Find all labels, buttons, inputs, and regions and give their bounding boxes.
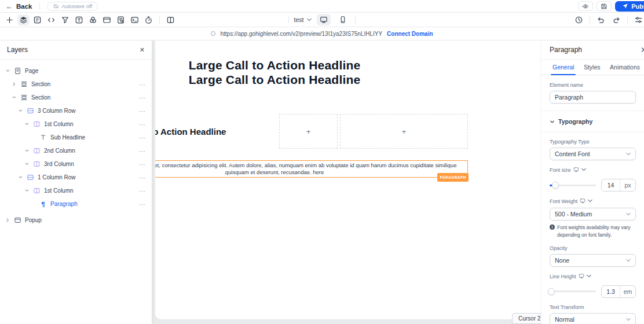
divider xyxy=(159,16,160,24)
headline-element[interactable]: Large Call to Action Headline Large Call… xyxy=(155,58,468,87)
layer-row-2nd-column[interactable]: 2nd Column⋯ xyxy=(0,144,152,157)
typography-section-toggle[interactable]: Typography xyxy=(550,118,636,125)
column-3-empty[interactable]: + xyxy=(340,114,468,149)
window-icon[interactable] xyxy=(101,14,113,25)
desktop-icon[interactable] xyxy=(573,167,579,174)
paragraph-element-selected[interactable]: Lorem ipsum dolor sit amet, consectetur … xyxy=(155,160,468,178)
layer-row-1st-column[interactable]: 1st Column⋯ xyxy=(0,184,152,197)
undo-icon[interactable] xyxy=(595,14,607,25)
opacity-select[interactable]: None xyxy=(550,254,636,267)
timer-icon[interactable] xyxy=(142,14,155,25)
layer-row-3-column-row[interactable]: 3 Column Row⋯ xyxy=(0,104,152,117)
chevron-down-icon[interactable] xyxy=(587,274,591,279)
chevron-down-icon[interactable] xyxy=(581,167,586,173)
publish-label: Publish xyxy=(631,3,644,10)
layer-row-1-column-row[interactable]: 1 Column Row⋯ xyxy=(0,171,152,184)
close-icon[interactable]: ✕ xyxy=(140,46,145,54)
back-arrow-icon: ← xyxy=(6,2,13,10)
column-1[interactable]: Call to Action Headline xyxy=(155,114,277,149)
page-builder: ← Back Autosave off Publish xyxy=(0,0,644,324)
chevron-down-icon[interactable] xyxy=(24,161,30,167)
font-weight-select[interactable]: 500 - Medium xyxy=(550,208,636,220)
panel-collapse-icon[interactable] xyxy=(640,46,644,54)
layers-icon[interactable] xyxy=(17,14,30,25)
add-element-button[interactable]: + xyxy=(306,127,311,136)
add-element-button[interactable]: + xyxy=(402,127,407,136)
chevron-down-icon[interactable] xyxy=(5,68,10,73)
desktop-icon[interactable] xyxy=(579,273,584,280)
chevron-down-icon[interactable] xyxy=(24,188,30,193)
history-icon[interactable] xyxy=(573,14,585,25)
line-height-slider[interactable] xyxy=(550,290,596,292)
page-seo-icon[interactable] xyxy=(115,14,127,25)
font-size-input[interactable]: 14 xyxy=(602,179,620,191)
cloud-off-icon xyxy=(53,3,59,9)
layer-label: Section xyxy=(31,81,50,87)
chevron-down-icon[interactable] xyxy=(11,95,17,100)
form-icon[interactable] xyxy=(31,14,43,25)
preview-url: https://app.gohighlevel.com/v2/preview/1… xyxy=(220,31,382,37)
line-height-input[interactable]: 1.3 xyxy=(602,286,620,297)
layer-row-1st-column[interactable]: 1st Column⋯ xyxy=(0,117,152,131)
desktop-icon[interactable] xyxy=(580,198,586,205)
layer-row-sub-headline[interactable]: Sub Headline⋯ xyxy=(0,131,152,144)
settings-panel: Paragraph General Styles Animations Elem… xyxy=(541,41,644,324)
layer-row-popup[interactable]: Popup xyxy=(0,213,152,227)
tab-general[interactable]: General xyxy=(551,60,576,75)
three-column-row: Call to Action Headline + + xyxy=(155,114,468,149)
chevron-down-icon[interactable] xyxy=(17,175,23,180)
chevron-down-icon xyxy=(626,317,631,322)
section-icon xyxy=(20,94,28,101)
page-selector[interactable]: test xyxy=(294,16,312,23)
palette-icon[interactable] xyxy=(87,14,99,25)
code-icon[interactable] xyxy=(45,14,57,25)
tab-styles[interactable]: Styles xyxy=(582,60,602,75)
font-size-unit[interactable]: px xyxy=(620,179,635,191)
line-height-unit[interactable]: em xyxy=(620,286,635,297)
font-size-slider[interactable] xyxy=(550,185,596,186)
split-columns-icon[interactable] xyxy=(164,14,177,25)
mobile-view-button[interactable] xyxy=(336,14,350,25)
typography-type-select[interactable]: Content Font xyxy=(550,148,636,160)
save-button[interactable] xyxy=(597,1,612,11)
chevron-down-icon[interactable] xyxy=(17,108,23,113)
slider-handle[interactable] xyxy=(552,182,559,189)
publish-button[interactable]: Publish xyxy=(615,1,644,12)
chevron-down-icon[interactable] xyxy=(24,148,30,153)
layer-row-section[interactable]: Section⋯ xyxy=(0,91,152,104)
desktop-view-button[interactable] xyxy=(317,14,331,25)
redo-icon[interactable] xyxy=(610,14,623,25)
layer-row-section[interactable]: Section⋯ xyxy=(0,78,152,91)
add-icon[interactable] xyxy=(3,14,16,25)
settings-sliders-icon[interactable] xyxy=(632,14,644,25)
font-size-control: 14 px xyxy=(550,179,636,192)
chevron-down-icon xyxy=(550,119,555,124)
funnel-icon[interactable] xyxy=(59,14,71,25)
text-transform-select[interactable]: Normal xyxy=(550,313,636,324)
row-icon xyxy=(27,107,34,115)
preview-button[interactable] xyxy=(578,1,593,11)
slider-handle[interactable] xyxy=(548,288,555,295)
layer-row-paragraph[interactable]: ¶Paragraph⋯ xyxy=(0,197,152,211)
chevron-down-icon[interactable] xyxy=(588,198,592,204)
chevron-down-icon xyxy=(626,212,631,216)
connect-domain-link[interactable]: Connect Domain xyxy=(387,31,433,37)
chevron-right-icon[interactable] xyxy=(5,218,10,223)
line-height-input-group: 1.3 em xyxy=(601,285,636,298)
back-button[interactable]: ← Back xyxy=(6,2,32,10)
layers-panel-header: Layers ✕ xyxy=(0,41,152,60)
layer-row-page[interactable]: Page xyxy=(0,64,152,78)
chevron-down-icon[interactable] xyxy=(24,122,30,127)
divider xyxy=(288,16,289,23)
tab-animations[interactable]: Animations xyxy=(608,60,642,75)
column-2-empty[interactable]: + xyxy=(279,114,338,149)
sub-headline-element[interactable]: Call to Action Headline xyxy=(155,127,226,137)
chevron-right-icon[interactable] xyxy=(11,82,17,87)
element-name-input[interactable]: Paragraph xyxy=(550,91,636,104)
font-size-input-group: 14 px xyxy=(601,179,636,192)
typography-icon[interactable] xyxy=(73,14,85,25)
layer-row-3rd-column[interactable]: 3rd Column⋯ xyxy=(0,157,152,171)
text-icon xyxy=(39,134,47,141)
terminal-icon[interactable] xyxy=(129,14,141,25)
autosave-status[interactable]: Autosave off xyxy=(47,2,98,11)
